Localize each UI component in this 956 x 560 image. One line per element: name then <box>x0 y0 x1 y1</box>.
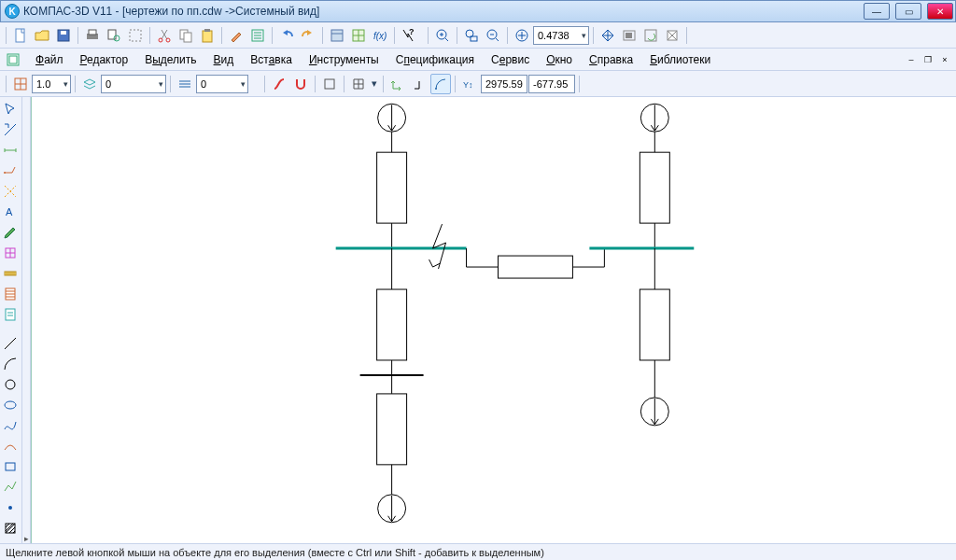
round-icon[interactable] <box>430 74 451 94</box>
notation-tool-icon[interactable] <box>0 161 21 180</box>
toolbar-standard: f(x) ? 0.4738 <box>0 22 956 49</box>
rebuild-icon[interactable] <box>662 25 682 46</box>
variables-icon[interactable] <box>348 25 369 46</box>
layer-combo[interactable]: 0 <box>101 75 166 93</box>
menu-libs[interactable]: Библиотеки <box>646 51 714 68</box>
spline-tool-icon[interactable] <box>0 415 21 435</box>
snap-magnet-icon[interactable] <box>290 74 311 94</box>
manager-icon[interactable] <box>327 25 347 46</box>
drawing-canvas[interactable] <box>31 97 956 543</box>
menu-view[interactable]: Вид <box>210 51 238 68</box>
svg-rect-13 <box>204 29 210 32</box>
construction-tool-icon[interactable] <box>0 181 21 201</box>
doc-icon[interactable] <box>4 50 22 69</box>
current-state-icon[interactable] <box>10 74 31 94</box>
grid-icon[interactable] <box>348 74 369 94</box>
menu-spec[interactable]: Спецификация <box>392 51 478 68</box>
geometry-tool-icon[interactable] <box>0 119 21 139</box>
lcs-icon[interactable] <box>387 74 408 94</box>
help-arrow-icon[interactable]: ? <box>399 25 419 46</box>
undo-icon[interactable] <box>276 25 297 46</box>
point-tool-icon[interactable] <box>0 497 21 517</box>
properties-icon[interactable] <box>247 25 268 46</box>
window-title: КОМПАС-3D V11 - [чертежи по пп.cdw ->Сис… <box>23 5 858 18</box>
rect-tool-icon[interactable] <box>0 456 21 476</box>
menu-select[interactable]: Выделить <box>141 51 200 68</box>
print-area-icon[interactable] <box>125 25 146 46</box>
svg-rect-7 <box>130 30 141 41</box>
svg-point-41 <box>5 401 16 409</box>
ellipse-tool-icon[interactable] <box>0 395 21 414</box>
coord-x-field[interactable]: 2975.59 <box>481 75 527 93</box>
svg-rect-53 <box>640 289 669 360</box>
reports-tool-icon[interactable] <box>0 304 21 324</box>
open-icon[interactable] <box>32 25 52 46</box>
print-preview-icon[interactable] <box>104 25 124 46</box>
scale-combo[interactable]: 1.0 <box>32 75 71 93</box>
grid-dropdown-icon[interactable]: ▾ <box>370 74 379 94</box>
circle-tool-icon[interactable] <box>0 374 21 394</box>
zoom-prev-icon[interactable] <box>619 25 640 46</box>
hatch-tool-icon[interactable] <box>0 518 21 538</box>
menu-tools[interactable]: Инструменты <box>305 51 383 68</box>
ortho-icon[interactable] <box>409 74 429 94</box>
zoom-combo[interactable]: 0.4738 <box>533 26 589 45</box>
svg-text:A: A <box>6 206 13 217</box>
side-expander[interactable]: ▸ <box>22 97 31 543</box>
print-icon[interactable] <box>82 25 103 46</box>
menu-file[interactable]: Файл <box>32 51 67 68</box>
mdi-minimize-button[interactable]: – <box>904 53 919 66</box>
zoom-scale-icon[interactable] <box>512 25 532 46</box>
mdi-close-button[interactable]: × <box>937 53 952 66</box>
layers-icon[interactable] <box>79 74 100 94</box>
arc-tool-icon[interactable] <box>0 354 21 373</box>
line-tool-icon[interactable] <box>0 333 21 353</box>
params-tool-icon[interactable] <box>0 243 21 262</box>
menu-insert[interactable]: Вставка <box>246 51 296 68</box>
dimension-tool-icon[interactable] <box>0 140 21 160</box>
status-bar: Щелкните левой кнопкой мыши на объекте д… <box>0 543 956 560</box>
copy-icon[interactable] <box>176 25 196 46</box>
svg-rect-52 <box>640 152 669 223</box>
linestyle-icon[interactable] <box>175 74 195 94</box>
close-button[interactable]: ✕ <box>927 3 953 20</box>
menu-help[interactable]: Справка <box>585 51 637 68</box>
zoom-out-icon[interactable] <box>483 25 503 46</box>
new-doc-icon[interactable] <box>10 25 31 46</box>
zoom-in-icon[interactable] <box>432 25 453 46</box>
mdi-restore-button[interactable]: ❐ <box>921 53 935 66</box>
cut-icon[interactable] <box>154 25 175 46</box>
menu-editor[interactable]: Редактор <box>77 51 133 68</box>
svg-rect-48 <box>377 289 407 360</box>
coord-y-value: -677.95 <box>533 78 568 90</box>
linestyle-combo[interactable]: 0 <box>196 75 248 93</box>
save-icon[interactable] <box>53 25 74 46</box>
function-icon[interactable]: f(x) <box>370 25 390 46</box>
select-tool-icon[interactable] <box>0 99 21 119</box>
toolbar-state: 1.0 0 0 ▾ Y↕ 2975.59 -677.95 <box>0 71 956 97</box>
maximize-button[interactable]: ▭ <box>895 3 921 20</box>
redo-icon[interactable] <box>298 25 318 46</box>
menu-window[interactable]: Окно <box>542 51 576 68</box>
paste-icon[interactable] <box>197 25 218 46</box>
svg-text:?: ? <box>409 28 415 36</box>
refresh-icon[interactable] <box>640 25 661 46</box>
svg-rect-15 <box>331 30 343 41</box>
edit-tool-icon[interactable] <box>0 222 21 242</box>
polyline-tool-icon[interactable] <box>0 477 21 497</box>
spec-tool-icon[interactable] <box>0 284 21 303</box>
text-tool-icon[interactable]: A <box>0 202 21 221</box>
mdi-window-controls: – ❐ × <box>904 53 952 66</box>
osnap-end-icon[interactable] <box>319 74 340 94</box>
bezier-tool-icon[interactable] <box>0 436 21 455</box>
toolbox-side: A <box>0 97 22 543</box>
menu-service[interactable]: Сервис <box>487 51 533 68</box>
svg-point-9 <box>166 38 170 42</box>
brush-icon[interactable] <box>226 25 246 46</box>
measure-tool-icon[interactable] <box>0 263 21 283</box>
minimize-button[interactable]: — <box>864 3 890 20</box>
coord-y-field[interactable]: -677.95 <box>528 75 575 93</box>
snap-toggle-icon[interactable] <box>269 74 289 94</box>
zoom-window-icon[interactable] <box>461 25 482 46</box>
pan-icon[interactable] <box>598 25 618 46</box>
